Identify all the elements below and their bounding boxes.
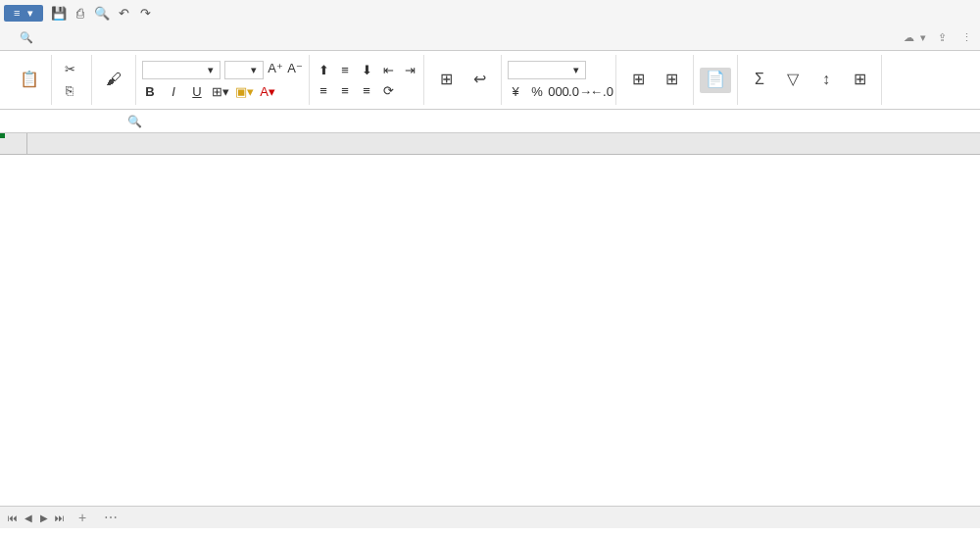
chevron-down-icon: ▾ bbox=[251, 64, 257, 76]
quick-access-toolbar: ≡ ▾ 💾 ⎙ 🔍 ↶ ↷ bbox=[0, 0, 980, 25]
indent-left-button[interactable]: ⇤ bbox=[380, 62, 396, 77]
brush-icon: 🖌 bbox=[104, 70, 123, 89]
share-button[interactable]: ⇪ bbox=[938, 31, 950, 44]
sum-button[interactable]: Σ bbox=[744, 68, 775, 93]
ribbon-tabs: 🔍 ☁ ▾ ⇪ ⋮ bbox=[0, 25, 980, 51]
comma-button[interactable]: 000 bbox=[551, 84, 566, 100]
sum-icon: Σ bbox=[750, 70, 769, 89]
align-right-button[interactable]: ≡ bbox=[359, 82, 374, 98]
cond-format-button[interactable]: ⊞ bbox=[622, 68, 654, 93]
redo-icon[interactable]: ↷ bbox=[137, 5, 153, 21]
merge-button[interactable]: ⊞ bbox=[430, 68, 462, 93]
chevron-down-icon: ▾ bbox=[208, 64, 214, 76]
paste-button[interactable]: 📋 bbox=[14, 68, 45, 93]
sheet-nav-first[interactable]: ⏮ bbox=[6, 511, 20, 524]
chevron-down-icon: ▾ bbox=[27, 7, 33, 20]
format-icon: ⊞ bbox=[850, 70, 869, 89]
align-middle-button[interactable]: ≡ bbox=[337, 62, 353, 77]
chevron-down-icon: ▾ bbox=[573, 64, 579, 76]
sync-status[interactable]: ☁ ▾ bbox=[904, 31, 926, 44]
copy-icon: ⎘ bbox=[62, 83, 77, 99]
underline-button[interactable]: U bbox=[189, 84, 205, 100]
table-style-icon: ⊞ bbox=[662, 70, 681, 89]
italic-button[interactable]: I bbox=[166, 84, 181, 100]
decrease-decimal-button[interactable]: ←.0 bbox=[594, 84, 610, 100]
align-left-button[interactable]: ≡ bbox=[316, 82, 331, 98]
doc-icon: 📄 bbox=[706, 70, 725, 89]
table-style-button[interactable]: ⊞ bbox=[656, 68, 687, 93]
sheet-tab-bar: ⏮ ◀ ▶ ⏭ + ⋯ bbox=[0, 506, 980, 528]
percent-button[interactable]: % bbox=[529, 84, 545, 100]
align-bottom-button[interactable]: ⬇ bbox=[359, 62, 374, 77]
cond-format-icon: ⊞ bbox=[628, 70, 648, 89]
indent-right-button[interactable]: ⇥ bbox=[402, 62, 417, 77]
qat-group: 💾 ⎙ 🔍 ↶ ↷ bbox=[51, 5, 153, 21]
align-center-button[interactable]: ≡ bbox=[337, 82, 353, 98]
doc-helper-button[interactable]: 📄 bbox=[700, 68, 731, 93]
fill-color-button[interactable]: ▣▾ bbox=[236, 84, 252, 100]
format-painter-button[interactable]: 🖌 bbox=[98, 68, 129, 93]
undo-icon[interactable]: ↶ bbox=[116, 5, 131, 21]
increase-font-button[interactable]: A⁺ bbox=[268, 61, 283, 76]
font-color-button[interactable]: A▾ bbox=[260, 84, 275, 100]
preview-icon[interactable]: 🔍 bbox=[94, 5, 110, 21]
wrap-icon: ↩ bbox=[469, 70, 489, 89]
bold-button[interactable]: B bbox=[142, 84, 158, 100]
search-fn-icon[interactable]: 🔍 bbox=[127, 115, 142, 128]
menu-icon: ≡ bbox=[14, 7, 20, 19]
wrap-button[interactable]: ↩ bbox=[464, 68, 495, 93]
border-button[interactable]: ⊞▾ bbox=[213, 84, 228, 100]
sheet-more-button[interactable]: ⋯ bbox=[96, 507, 125, 528]
currency-button[interactable]: ¥ bbox=[508, 84, 523, 100]
print-icon[interactable]: ⎙ bbox=[73, 5, 88, 21]
cut-icon: ✂ bbox=[62, 62, 77, 77]
ribbon-toolbar: 📋 ✂ ⎘ 🖌 ▾ ▾ A⁺ A⁻ B I U ⊞▾ ▣▾ A▾ ⬆ ≡ ⬇ ⇤… bbox=[0, 51, 980, 110]
number-format-select[interactable]: ▾ bbox=[508, 61, 586, 79]
cut-button[interactable]: ✂ bbox=[58, 60, 85, 79]
formula-bar: 🔍 bbox=[0, 110, 980, 133]
file-menu[interactable]: ≡ ▾ bbox=[4, 5, 43, 22]
orientation-button[interactable]: ⟳ bbox=[380, 82, 396, 98]
sort-button[interactable]: ↕ bbox=[810, 68, 842, 93]
decrease-font-button[interactable]: A⁻ bbox=[287, 61, 303, 76]
sheet-nav-last[interactable]: ⏭ bbox=[53, 511, 67, 524]
save-icon[interactable]: 💾 bbox=[51, 5, 67, 21]
filter-icon: ▽ bbox=[783, 70, 803, 89]
font-name-select[interactable]: ▾ bbox=[142, 61, 220, 79]
filter-button[interactable]: ▽ bbox=[777, 68, 808, 93]
sheet-nav-prev[interactable]: ◀ bbox=[22, 511, 35, 524]
format-button[interactable]: ⊞ bbox=[844, 68, 875, 93]
more-icon[interactable]: ⋮ bbox=[961, 31, 972, 44]
column-headers bbox=[27, 133, 980, 155]
paste-icon: 📋 bbox=[20, 70, 39, 89]
spreadsheet-grid[interactable] bbox=[0, 133, 980, 506]
add-sheet-button[interactable]: + bbox=[71, 507, 94, 528]
merge-icon: ⊞ bbox=[436, 70, 456, 89]
sort-icon: ↕ bbox=[816, 70, 836, 89]
increase-decimal-button[interactable]: .0→ bbox=[572, 84, 588, 100]
align-top-button[interactable]: ⬆ bbox=[316, 62, 331, 77]
sheet-nav-next[interactable]: ▶ bbox=[37, 511, 51, 524]
font-size-select[interactable]: ▾ bbox=[224, 61, 264, 79]
select-all-corner[interactable] bbox=[0, 133, 27, 155]
copy-button[interactable]: ⎘ bbox=[58, 81, 85, 101]
search-button[interactable]: 🔍 bbox=[20, 31, 33, 44]
